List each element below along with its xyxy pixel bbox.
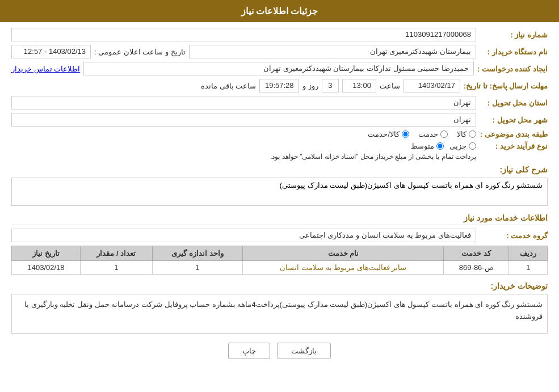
category-kala-khedmat-label: کالا/خدمت	[368, 130, 400, 138]
page-title: جزئیات اطلاعات نیاز	[241, 6, 318, 16]
col-service-code: کد خدمت	[444, 246, 509, 261]
need-desc-textarea: شستشو رنگ کوره ای همراه باتست کپسول های …	[11, 178, 548, 206]
process-radio-group: جزیی متوسط	[270, 142, 476, 150]
col-service-name: نام خدمت	[243, 246, 444, 261]
process-row: نوع فرآیند خرید : جزیی متوسط پرداخت تمام…	[11, 142, 548, 161]
process-jozei-label: جزیی	[449, 142, 466, 150]
buyer-notes-label: توضیحات خریدار:	[480, 281, 548, 290]
cell-date: 1403/02/18	[12, 261, 81, 275]
deadline-row: مهلت ارسال پاسخ: تا تاریخ: 1403/02/17 سا…	[11, 79, 548, 92]
process-motevaset-radio[interactable]	[436, 142, 444, 150]
deadline-days: 3	[322, 79, 339, 92]
category-kala-khedmat-item: کالا/خدمت	[368, 130, 409, 138]
creator-row: ایجاد کننده درخواست : حمیدرضا حسینی مسئو…	[11, 62, 548, 75]
col-quantity: تعداد / مقدار	[81, 246, 153, 261]
buyer-notes-row: توضیحات خریدار:	[11, 281, 548, 290]
process-motevaset-label: متوسط	[411, 142, 434, 150]
category-label: طبقه بندی موضوعی :	[480, 130, 548, 138]
service-table: ردیف کد خدمت نام خدمت واحد اندازه گیری ت…	[11, 246, 548, 275]
table-row: 1 ص-86-869 سایر فعالیت‌های مربوط به سلام…	[12, 261, 548, 275]
creator-link[interactable]: اطلاعات تماس خریدار	[11, 65, 80, 73]
need-number-value: 1103091217000068	[11, 28, 476, 41]
button-row: بازگشت چاپ	[11, 343, 548, 359]
print-button[interactable]: چاپ	[228, 343, 270, 359]
deadline-time-label: ساعت	[380, 82, 400, 90]
deadline-label: مهلت ارسال پاسخ: تا تاریخ:	[464, 82, 548, 90]
org-announce-row: نام دستگاه خریدار : بیمارستان شهیددکترمع…	[11, 45, 548, 58]
city-value: تهران	[11, 113, 476, 127]
cell-quantity: 1	[81, 261, 153, 275]
creator-label: ایجاد کننده درخواست :	[477, 65, 548, 73]
cell-row-num: 1	[509, 261, 548, 275]
need-desc-container: شستشو رنگ کوره ای همراه باتست کپسول های …	[11, 178, 548, 208]
col-row-num: ردیف	[509, 246, 548, 261]
content-area: شماره نیاز : 1103091217000068 نام دستگاه…	[0, 22, 559, 374]
table-header-row: ردیف کد خدمت نام خدمت واحد اندازه گیری ت…	[12, 246, 548, 261]
page-header: جزئیات اطلاعات نیاز	[0, 0, 559, 22]
need-desc-row: شرح کلی نیاز:	[11, 165, 548, 174]
process-motevaset-item: متوسط	[411, 142, 444, 150]
province-value: تهران	[11, 96, 476, 109]
province-label: استان محل تحویل :	[480, 99, 548, 107]
city-label: شهر محل تحویل :	[480, 116, 548, 124]
deadline-date: 1403/02/17	[404, 79, 460, 92]
process-jozei-radio[interactable]	[469, 142, 476, 150]
cell-unit: 1	[152, 261, 243, 275]
services-section-title: اطلاعات خدمات مورد نیاز	[11, 213, 548, 225]
category-kala-khedmat-radio[interactable]	[402, 130, 409, 138]
back-button[interactable]: بازگشت	[277, 343, 331, 359]
service-group-value: فعالیت‌های مربوط به سلامت انسان و مددکار…	[11, 229, 476, 242]
announce-value: 1403/02/13 - 12:57	[11, 45, 91, 58]
category-kala-radio[interactable]	[469, 130, 476, 138]
service-group-row: گروه خدمت : فعالیت‌های مربوط به سلامت ان…	[11, 229, 548, 242]
deadline-days-label: روز و	[302, 82, 318, 90]
col-unit: واحد اندازه گیری	[152, 246, 243, 261]
org-name-value: بیمارستان شهیددکترمعیری تهران	[189, 45, 476, 58]
category-khedmat-label: خدمت	[418, 130, 438, 138]
announce-label: تاریخ و ساعت اعلان عمومی :	[94, 48, 186, 56]
buyer-notes-value: شستشو رنگ کوره ای همراه باتست کپسول های …	[11, 294, 548, 334]
city-row: شهر محل تحویل : تهران	[11, 113, 548, 127]
province-row: استان محل تحویل : تهران	[11, 96, 548, 109]
process-label: نوع فرآیند خرید :	[480, 142, 548, 150]
category-khedmat-radio[interactable]	[440, 130, 448, 138]
process-jozei-item: جزیی	[449, 142, 476, 150]
creator-value: حمیدرضا حسینی مسئول تدارکات بیمارستان شه…	[83, 62, 474, 75]
category-kala-item: کالا	[457, 130, 476, 138]
page-wrapper: جزئیات اطلاعات نیاز شماره نیاز : 1103091…	[0, 0, 559, 392]
deadline-remaining-label: ساعت باقی مانده	[201, 82, 256, 90]
service-group-label: گروه خدمت :	[480, 231, 548, 240]
deadline-time: 13:00	[342, 79, 376, 92]
need-number-row: شماره نیاز : 1103091217000068	[11, 28, 548, 41]
category-kala-label: کالا	[457, 130, 466, 138]
deadline-remaining: 19:57:28	[259, 79, 299, 92]
category-radio-group: کالا خدمت کالا/خدمت	[368, 130, 476, 138]
category-khedmat-item: خدمت	[418, 130, 448, 138]
process-note: پرداخت تمام یا بخشی از مبلغ خریداز محل "…	[270, 153, 476, 161]
col-need-date: تاریخ نیاز	[12, 246, 81, 261]
need-number-label: شماره نیاز :	[480, 31, 548, 39]
cell-service-name: سایر فعالیت‌های مربوط به سلامت انسان	[243, 261, 444, 275]
category-row: طبقه بندی موضوعی : کالا خدمت کالا/خدمت	[11, 130, 548, 138]
org-name-label: نام دستگاه خریدار :	[480, 48, 548, 56]
cell-service-code: ص-86-869	[444, 261, 509, 275]
need-desc-label: شرح کلی نیاز:	[480, 165, 548, 174]
